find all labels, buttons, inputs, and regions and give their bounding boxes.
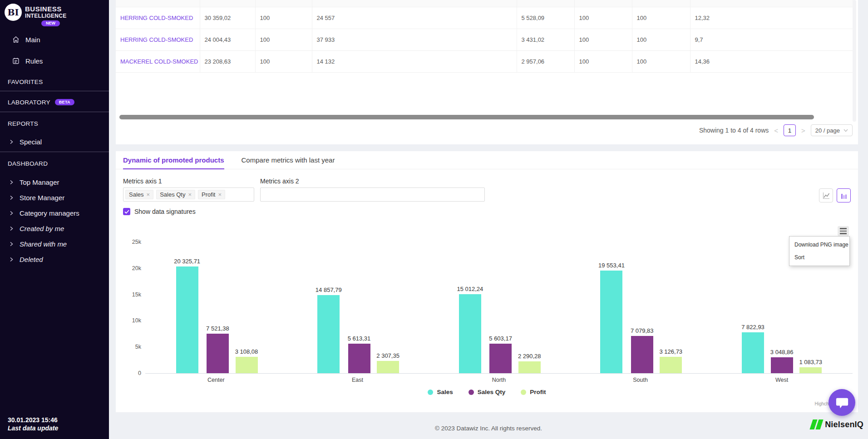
sidebar-item-category-managers[interactable]: Category managers	[0, 208, 109, 218]
chevron-right-icon	[9, 242, 14, 247]
sidebar-item-main[interactable]: Main	[0, 35, 109, 44]
legend-label: Sales	[437, 389, 453, 395]
vertical-scrollbar[interactable]	[853, 0, 856, 122]
bar-profit[interactable]	[799, 367, 822, 373]
sidebar-section-favorites: FAVORITES	[8, 77, 109, 86]
bar-sales-qty[interactable]	[348, 344, 370, 373]
bar-sales-qty[interactable]	[771, 357, 793, 373]
table-cell	[690, 0, 853, 7]
tab-compare-metrics-with-last-year[interactable]: Compare metrics with last year	[242, 151, 335, 169]
bar-wrapper: 7 822,93	[741, 324, 764, 373]
y-axis-tick: 15k	[116, 291, 141, 298]
metric-tag-label: Sales	[129, 191, 144, 198]
product-link[interactable]: HERRING COLD-SMOKED	[120, 15, 193, 21]
divider	[0, 152, 109, 152]
beta-badge: BETA	[55, 99, 74, 105]
table-cell	[255, 0, 312, 7]
bar-wrapper: 3 126,73	[660, 348, 683, 373]
app-logo: BI BUSINESS INTELLIGENCE NEW	[5, 4, 67, 26]
sidebar-item-label: Category managers	[20, 209, 79, 217]
table-cell	[116, 0, 200, 7]
copyright-text: © 2023 Datawiz Inc. All rights reserved.	[109, 425, 868, 432]
bar-sales-qty[interactable]	[631, 336, 653, 373]
close-icon[interactable]: ×	[147, 191, 150, 198]
legend-dot-icon	[469, 390, 474, 395]
show-data-signatures-checkbox[interactable]	[123, 208, 130, 215]
bar-chart: Download PNG imageSort 25k20k15k10k5k0 2…	[116, 222, 858, 412]
sidebar-item-deleted[interactable]: Deleted	[0, 254, 109, 264]
product-name-cell: HERRING COLD-SMOKED	[116, 7, 200, 29]
bar-sales[interactable]	[742, 332, 764, 373]
tab-dynamic-of-promoted-products[interactable]: Dynamic of promoted products	[123, 151, 224, 169]
product-link[interactable]: HERRING COLD-SMOKED	[120, 36, 193, 43]
table-cell: 100	[255, 29, 312, 50]
bar-profit[interactable]	[660, 357, 682, 373]
bar-chart-toggle-button[interactable]	[837, 188, 851, 202]
sidebar-item-top-manager[interactable]: Top Manager	[0, 177, 109, 187]
checkbox-check-icon	[124, 210, 129, 214]
footer: © 2023 Datawiz Inc. All rights reserved.…	[109, 412, 868, 439]
chart-legend: SalesSales QtyProfit	[116, 389, 858, 395]
sidebar-item-special[interactable]: Special	[0, 137, 109, 147]
table-cell: 2 957,06	[517, 50, 574, 72]
bar-sales[interactable]	[459, 294, 481, 373]
legend-dot-icon	[428, 390, 433, 395]
x-axis-category: East	[287, 377, 429, 383]
bar-sales[interactable]	[600, 271, 622, 373]
next-page-button[interactable]: >	[800, 127, 806, 134]
bar-sales-qty[interactable]	[207, 334, 229, 373]
horizontal-scrollbar[interactable]	[119, 115, 814, 119]
bar-group: 19 553,417 079,833 126,73	[570, 242, 711, 373]
bar-value-label: 20 325,71	[174, 258, 200, 265]
table-cell: 30 359,02	[200, 7, 255, 29]
legend-item[interactable]: Profit	[521, 389, 546, 395]
metrics-axis2-input[interactable]	[260, 187, 485, 202]
prev-page-button[interactable]: <	[773, 127, 779, 134]
sidebar-item-rules[interactable]: Rules	[0, 56, 109, 66]
sidebar-item-label: Deleted	[20, 256, 43, 263]
bar-value-label: 2 307,35	[376, 352, 399, 359]
line-chart-toggle-button[interactable]	[819, 188, 833, 202]
calendar-icon	[12, 57, 20, 64]
bar-wrapper: 7 521,38	[206, 325, 229, 373]
bar-profit[interactable]	[236, 357, 258, 373]
bar-sales-qty[interactable]	[489, 344, 512, 373]
hamburger-icon	[840, 228, 847, 229]
legend-item[interactable]: Sales Qty	[469, 389, 506, 395]
sidebar-item-created-by-me[interactable]: Created by me	[0, 223, 109, 233]
legend-item[interactable]: Sales	[428, 389, 453, 395]
close-icon[interactable]: ×	[188, 191, 192, 198]
close-icon[interactable]: ×	[218, 191, 222, 198]
sidebar-item-store-manager[interactable]: Store Manager	[0, 192, 109, 202]
chat-button[interactable]	[829, 389, 855, 416]
metric-tag: Sales×	[125, 190, 153, 199]
sidebar-item-label: Rules	[25, 57, 43, 65]
sidebar-item-shared-with-me[interactable]: Shared with me	[0, 239, 109, 249]
metrics-axis1-input[interactable]: Sales×Sales Qty×Profit×	[123, 187, 254, 202]
context-menu-item[interactable]: Sort	[789, 251, 849, 264]
table-row: MACKEREL COLD-SMOKED HIGH-QUALITY23 208,…	[116, 50, 853, 72]
chevron-right-icon	[9, 139, 14, 144]
metric-tag: Profit×	[198, 190, 225, 199]
metrics-axis1-label: Metrics axis 1	[123, 178, 162, 185]
sidebar-section-laboratory: LABORATORY BETA	[8, 98, 109, 107]
products-table: HERRING COLD-SMOKED30 359,0210024 5575 5…	[116, 0, 853, 73]
context-menu-item[interactable]: Download PNG image	[789, 238, 849, 251]
bar-profit[interactable]	[518, 361, 541, 373]
chart-card: Dynamic of promoted products Compare met…	[116, 151, 858, 412]
product-link[interactable]: MACKEREL COLD-SMOKED HIGH-QUALITY	[120, 58, 200, 65]
bar-sales[interactable]	[176, 266, 198, 373]
page-number-button[interactable]: 1	[784, 124, 796, 136]
page-size-select[interactable]: 20 / page	[811, 124, 853, 136]
logo-line1: BUSINESS	[25, 5, 67, 12]
bar-value-label: 19 553,41	[598, 262, 625, 269]
chart-context-menu-button[interactable]	[838, 226, 849, 236]
bar-value-label: 5 603,17	[489, 335, 512, 342]
pagination-summary: Showing 1 to 4 of 4 rows	[699, 127, 769, 134]
bar-wrapper: 2 290,28	[518, 353, 541, 373]
bar-profit[interactable]	[377, 361, 399, 373]
table-cell	[200, 0, 255, 7]
bar-sales[interactable]	[317, 295, 340, 373]
chat-icon	[835, 396, 849, 409]
chevron-down-icon	[843, 129, 848, 132]
